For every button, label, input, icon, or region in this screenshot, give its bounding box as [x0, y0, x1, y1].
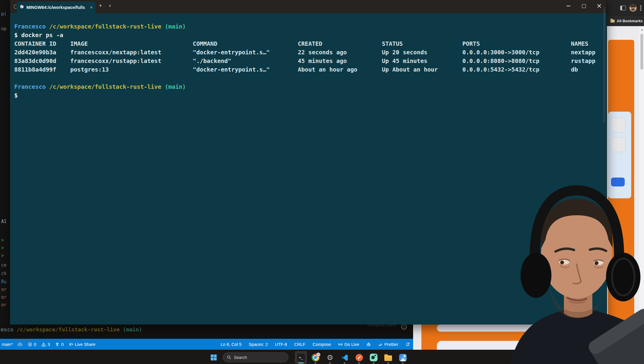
status-item-label: Prettier [384, 342, 398, 347]
code-fragment: or [1, 287, 7, 292]
taskbar-vscode-button[interactable] [339, 351, 350, 364]
status-item-label: 3 [47, 342, 50, 347]
status-item-indentation[interactable]: Spaces: 2 [249, 342, 268, 347]
code-fragment: p( [1, 11, 7, 17]
desktop-screen: p(npAI>>>ceckRuororor All Bookmarks ▲ [0, 0, 644, 364]
status-item-remote-robot[interactable] [366, 342, 371, 347]
status-item-prettier[interactable]: Prettier [378, 342, 398, 347]
status-item-eol[interactable]: CRLF [294, 342, 305, 347]
status-item-live-share[interactable]: Live Share [69, 342, 95, 347]
terminal-line: Francesco /c/workspace/fullstack-rust-li… [14, 23, 186, 30]
all-bookmarks-label[interactable]: All Bookmarks [617, 19, 643, 23]
camera-app-icon [370, 354, 377, 361]
double-check-icon [378, 342, 383, 347]
webcam-person-overlay [505, 177, 644, 364]
chrome-toolbar [607, 0, 644, 16]
taskbar-photos-button[interactable] [397, 351, 409, 364]
status-item-ports[interactable]: 0 [55, 342, 64, 347]
terminal-line: Francesco /c/workspace/fullstack-rust-li… [14, 83, 186, 90]
terminal-line: $ [14, 92, 18, 99]
status-item-cursor-position[interactable]: Ln 6, Col 5 [221, 342, 242, 347]
status-item-label: 0 [61, 342, 64, 347]
status-item-errors[interactable]: 0 [28, 342, 36, 347]
search-placeholder: Search [234, 355, 247, 360]
tab-close-icon[interactable]: × [90, 5, 93, 10]
menu-kebab-icon[interactable] [640, 5, 641, 11]
web-form-field[interactable] [611, 118, 625, 132]
photos-icon [399, 354, 407, 361]
vscode-status-bar: main*030Live Share Ln 6, Col 5Spaces: 2U… [0, 339, 413, 350]
status-item-encoding[interactable]: UTF-8 [275, 342, 287, 347]
code-fragment: ce [1, 262, 7, 268]
vscode-icon [341, 354, 348, 361]
terminal-tab-title: MINGW64:/c/workspace/fulls [26, 5, 85, 10]
scrollbar-thumb[interactable] [640, 34, 643, 69]
code-fragment: Ru [1, 279, 7, 284]
terminal-line: 2dd420e90b3a francescoxx/nextapp:latest … [14, 49, 595, 56]
live-share-icon [69, 342, 73, 347]
bell-icon [405, 342, 410, 347]
status-item-notifications[interactable] [405, 342, 410, 347]
go-live-icon [338, 342, 343, 347]
code-fragment: > [1, 245, 4, 251]
windows-terminal-icon: >_ [297, 353, 305, 362]
bookmarks-folder-icon [610, 20, 615, 23]
profile-avatar[interactable] [629, 4, 637, 12]
terminal-line: $ docker ps -a [14, 32, 63, 39]
status-item-label: Live Share [75, 342, 95, 347]
code-fragment: np [1, 26, 7, 31]
taskbar-settings-button[interactable]: ⚙ [324, 351, 336, 364]
start-button[interactable] [208, 352, 219, 363]
sidebar-panel-icon[interactable] [620, 6, 626, 10]
taskbar-chrome-button[interactable] [310, 351, 321, 364]
file-explorer-icon [384, 355, 392, 361]
error-circle-icon [28, 342, 32, 347]
status-item-warnings[interactable]: 3 [41, 342, 50, 347]
terminal-scrollbar[interactable] [603, 7, 605, 123]
status-item-label: Spaces: 2 [249, 342, 268, 347]
chrome-profile-badge [316, 352, 321, 357]
web-form-field[interactable] [611, 137, 625, 152]
broadcast-tower-icon [55, 342, 60, 347]
bookmarks-bar: All Bookmarks [607, 16, 644, 26]
status-item-language-mode[interactable]: Compose [313, 342, 331, 347]
status-item-label: 0 [34, 342, 36, 347]
terminal-tab[interactable]: MINGW64:/c/workspace/fulls × [17, 1, 96, 13]
robot-icon [366, 342, 371, 347]
status-item-go-live[interactable]: Go Live [338, 342, 359, 347]
code-fragment: > [1, 238, 4, 243]
taskbar-windows-terminal-button[interactable]: >_ [295, 351, 307, 364]
settings-gear-icon: ⚙ [327, 354, 333, 361]
taskbar-file-explorer-button[interactable] [382, 351, 394, 364]
status-item-label: UTF-8 [275, 342, 287, 347]
terminal-titlebar[interactable]: MINGW64:/c/workspace/fulls × + ∨ [10, 0, 607, 13]
status-item-label: CRLF [294, 342, 305, 347]
status-item-label: Ln 6, Col 5 [221, 342, 242, 347]
cloud-upload-icon [18, 342, 23, 347]
chrome-icon [312, 354, 319, 361]
tab-dropdown-icon[interactable]: ∨ [109, 4, 111, 8]
new-tab-button[interactable]: + [99, 2, 102, 9]
minimize-button[interactable] [561, 0, 575, 12]
terminal-line: 8811b8a4d99f postgres:13 "docker-entrypo… [14, 66, 578, 73]
git-bash-icon [20, 4, 24, 10]
terminal-line: CONTAINER ID IMAGE COMMAND CREATED STATU… [14, 40, 589, 47]
dimmed-prompt-line: esco /c/workspace/fullstack-rust-live (m… [1, 326, 142, 333]
status-item-label: Compose [313, 342, 331, 347]
headphone-cup-left [521, 253, 551, 298]
code-fragment: ck [1, 271, 7, 276]
search-input[interactable]: Search [223, 352, 288, 362]
taskbar-camera-app-button[interactable] [368, 351, 380, 364]
warning-triangle-icon [41, 342, 46, 347]
code-fragment: > [1, 253, 4, 258]
postman-icon [356, 354, 363, 361]
status-item-sync[interactable] [18, 342, 23, 347]
status-item-branch[interactable]: main* [2, 342, 13, 347]
status-item-label: Go Live [344, 342, 359, 347]
terminal-line: 83a83dc0d90d francescoxx/rustapp:latest … [14, 58, 595, 64]
taskbar-postman-button[interactable] [353, 351, 365, 364]
maximize-button[interactable] [577, 0, 591, 12]
search-icon [227, 355, 231, 360]
code-fragment: AI [1, 219, 7, 224]
scroll-up-arrow[interactable]: ▲ [640, 28, 643, 31]
